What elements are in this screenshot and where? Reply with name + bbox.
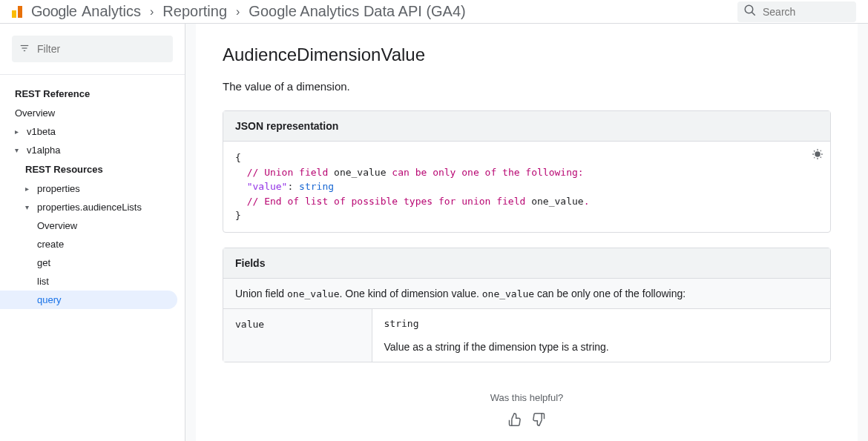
breadcrumb-api[interactable]: Google Analytics Data API (GA4) <box>249 3 465 20</box>
chevron-right-icon: › <box>236 5 240 19</box>
nav-rest-resources: REST Resources <box>0 159 185 179</box>
svg-point-0 <box>745 5 753 13</box>
nav-v1beta[interactable]: v1beta <box>0 122 185 141</box>
nav-overview[interactable]: Overview <box>0 104 185 122</box>
filter-container[interactable] <box>12 36 173 62</box>
json-representation-box: JSON representation { // Union field one… <box>223 110 831 233</box>
thumbs-down-button[interactable] <box>531 412 546 429</box>
fields-header: Fields <box>223 248 830 279</box>
svg-line-1 <box>752 12 755 16</box>
nav-audience-list[interactable]: list <box>0 272 185 291</box>
union-field-description: Union field one_value. One kind of dimen… <box>223 279 830 308</box>
breadcrumb-reporting[interactable]: Reporting <box>162 3 227 20</box>
search-container[interactable] <box>737 1 856 22</box>
chevron-right-icon: › <box>150 5 154 19</box>
fields-box: Fields Union field one_value. One kind o… <box>223 248 831 362</box>
feedback-question: Was this helpful? <box>223 392 831 403</box>
field-type: string <box>384 318 819 329</box>
caret-right-icon <box>25 185 34 193</box>
page-description: The value of a dimension. <box>223 80 831 93</box>
nav-audience-get[interactable]: get <box>0 253 185 272</box>
field-name: value <box>235 319 264 330</box>
caret-right-icon <box>15 127 24 136</box>
filter-input[interactable] <box>37 43 165 55</box>
nav-audience-create[interactable]: create <box>0 235 185 253</box>
code-block: { // Union field one_value can be only o… <box>223 142 830 232</box>
thumbs-up-button[interactable] <box>507 412 522 429</box>
page-title: AudienceDimensionValue <box>223 44 831 65</box>
feedback-section: Was this helpful? <box>223 392 831 429</box>
sidebar: REST Reference Overview v1beta v1alpha R… <box>0 24 185 441</box>
nav-v1alpha[interactable]: v1alpha <box>0 141 185 159</box>
caret-down-icon <box>15 146 24 154</box>
table-row: value string Value as a string if the di… <box>223 308 830 362</box>
json-box-header: JSON representation <box>223 111 830 142</box>
main-content: AudienceDimensionValue The value of a di… <box>185 24 868 441</box>
header: Google Analytics › Reporting › Google An… <box>0 0 868 24</box>
nav-section-rest-reference: REST Reference <box>0 84 185 104</box>
nav-audience-lists[interactable]: properties.audienceLists <box>0 198 185 216</box>
field-description: Value as a string if the dimension type … <box>384 341 819 353</box>
caret-down-icon <box>25 203 34 211</box>
nav-audience-query[interactable]: query <box>0 291 177 309</box>
brand-name[interactable]: Google Analytics <box>31 3 141 20</box>
search-icon <box>743 4 757 19</box>
nav-audience-overview[interactable]: Overview <box>0 216 185 235</box>
breadcrumb: Google Analytics › Reporting › Google An… <box>12 3 466 20</box>
analytics-logo-icon <box>12 6 22 18</box>
search-input[interactable] <box>763 6 850 18</box>
theme-toggle-icon[interactable] <box>811 147 824 165</box>
filter-icon <box>19 43 30 56</box>
nav-properties[interactable]: properties <box>0 179 185 198</box>
